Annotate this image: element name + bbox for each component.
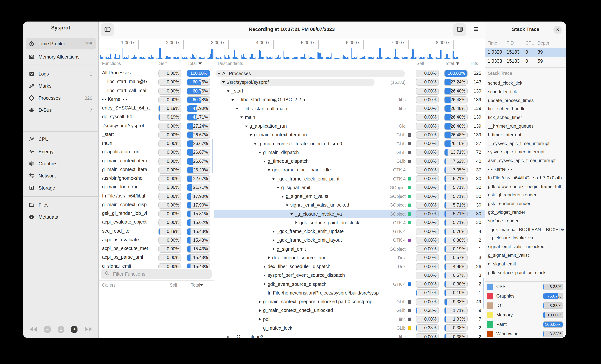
expander-open-icon[interactable] [217, 72, 222, 75]
expander-open-icon[interactable] [258, 151, 263, 154]
callers-column-header[interactable]: Callers [102, 283, 116, 287]
sidebar-item-graphics[interactable]: Graphics [26, 158, 96, 170]
descendant-row[interactable]: polllibc0.00%1.33%1.33%7 [214, 315, 485, 324]
descendants-self-header[interactable]: Self [417, 61, 424, 66]
stack-frame[interactable]: _g_closure_invoke_va [488, 235, 565, 241]
function-row[interactable]: All Processes0.00%100.00%100.00% [99, 69, 214, 78]
stack-frame[interactable]: update_process_times [488, 98, 565, 103]
stack-frame[interactable]: surface_render [488, 218, 565, 223]
expander-open-icon[interactable] [285, 203, 290, 207]
descendant-row[interactable]: g_main_dispatchGLib0.00%13.71%13.71%72 [214, 148, 485, 157]
callers-total-header[interactable]: Total [191, 283, 204, 287]
stack-frame[interactable]: gsk_gl_renderer_render [488, 192, 565, 198]
descendants-hits-header[interactable]: Hits [471, 61, 478, 66]
timeline-ruler[interactable]: 1.000 s2.000 s3.000 s4.000 s5.000 s6.000… [99, 38, 485, 59]
function-row[interactable]: do_syscall_640.19%0.19%41.71%41.71% [99, 113, 214, 122]
function-row[interactable]: g_main_loop_run0.00%21.71%21.71% [99, 183, 214, 192]
descendant-row[interactable]: __libc_start_main@GLIBC_2.2.5libc0.00%26… [214, 96, 485, 105]
sidebar-item-storage[interactable]: Storage [26, 182, 96, 194]
expander-open-icon[interactable] [276, 186, 281, 189]
stack-frame[interactable]: gsk_renderer_render [488, 201, 565, 206]
descendant-row[interactable]: gdk_frame_clock_paint_idleGTK 40.00%7.05… [214, 166, 485, 175]
descendant-row[interactable]: g_timeout_dispatchGLib0.00%7.62%7.62%40 [214, 157, 485, 166]
function-row[interactable]: __libc_start_call_mai0.00%60.76%60.76% [99, 87, 214, 96]
descendant-row[interactable]: _start0.00%26.48%26.48%139 [214, 87, 485, 96]
descendant-row[interactable]: g_signal_emitGObject0.00%0.19%0.19%1 [214, 245, 485, 254]
expander-open-icon[interactable] [281, 195, 286, 198]
stack-frame[interactable]: - - Kernel - - [488, 166, 565, 172]
zoom-level-button[interactable]: 1 [58, 326, 64, 333]
descendant-row[interactable]: __libc_start_call_mainlibc0.00%26.48%26.… [214, 104, 485, 113]
stack-frame[interactable]: gdk_surface_paint_on_clock [488, 270, 565, 275]
descendant-row[interactable]: dex_fiber_scheduler_dispatchDex0.00%4.95… [214, 262, 485, 271]
sample-row[interactable]: 1.032015183039 [485, 48, 566, 57]
menu-button[interactable] [470, 24, 481, 36]
sidebar-item-energy[interactable]: Energy [26, 146, 96, 157]
stack-frame[interactable]: g_signal_emit_valist [488, 253, 565, 258]
expander-open-icon[interactable] [267, 168, 272, 172]
function-row[interactable]: - - Kernel - -0.00%60.38%60.38% [99, 96, 214, 105]
stack-frame[interactable]: gdk_draw_context_begin_frame_full [488, 184, 565, 189]
seek-forward-icon[interactable] [85, 327, 92, 332]
expander-closed-icon[interactable] [272, 239, 277, 242]
expander-open-icon[interactable] [249, 133, 254, 137]
callers-self-header[interactable]: Self [170, 283, 177, 287]
descendant-row[interactable]: _g_closure_invoke_vaGObject0.00%5.71%5.7… [214, 210, 485, 219]
sidebar-item-d-bus[interactable]: D-Bus7 [26, 104, 96, 116]
toggle-right-panel-button[interactable] [453, 23, 466, 36]
function-row[interactable]: g_main_context_disp0.00%17.90%17.90% [99, 201, 214, 210]
descendant-row[interactable]: g_main_context_iterate_unlocked.isra.0GL… [214, 139, 485, 148]
expander-open-icon[interactable] [272, 177, 277, 181]
expander-open-icon[interactable] [226, 89, 231, 93]
descendant-row[interactable]: signal_emit_valist_unlockedGObject0.00%5… [214, 201, 485, 210]
zoom-out-button[interactable]: − [44, 326, 51, 333]
sidebar-item-network[interactable]: Network [26, 170, 96, 182]
stack-frame[interactable]: scheduler_tick [488, 89, 565, 94]
expander-closed-icon[interactable] [258, 317, 263, 321]
function-row[interactable]: entry_SYSCALL_64_a0.19%0.19%41.90%41.90% [99, 104, 214, 113]
expander-closed-icon[interactable] [258, 309, 263, 312]
filter-functions-field[interactable] [101, 269, 212, 279]
expander-closed-icon[interactable] [263, 282, 268, 286]
sidebar-item-cpu[interactable]: CPU [26, 133, 96, 145]
function-row[interactable]: g_main_context_itera0.00%26.29%26.29% [99, 166, 214, 175]
function-row[interactable]: seq_read_iter0.19%0.19%15.43%15.43% [99, 227, 214, 236]
descendant-row[interactable]: ./src/sysprof/sysprof(15183)0.00%27.24%2… [214, 78, 485, 87]
descendant-row[interactable]: All Processes0.00%100.00%100.00%525 [214, 69, 485, 78]
descendant-row[interactable]: _gdk_frame_clock_emit_paintGTK 40.00%5.7… [214, 174, 485, 183]
sample-column-header[interactable]: CPU [525, 41, 535, 45]
expander-open-icon[interactable] [231, 98, 236, 102]
sidebar-item-marks[interactable]: Marks [26, 80, 96, 92]
stack-frame[interactable]: gtk_widget_render [488, 210, 565, 215]
sidebar-item-processes[interactable]: Processes326 [26, 92, 96, 104]
descendant-row[interactable]: main0.00%26.48%26.48%139 [214, 113, 485, 122]
sidebar-item-metadata[interactable]: Metadata [26, 211, 96, 223]
descendant-row[interactable]: g_application_runGio0.00%26.48%26.48%139 [214, 122, 485, 131]
expander-closed-icon[interactable] [258, 300, 263, 303]
function-row[interactable]: acpi_ns_evaluate0.00%15.43%15.43% [99, 236, 214, 245]
descendant-row[interactable]: gdk_surface_paint_on_clockGTK 40.00%5.71… [214, 219, 485, 227]
function-row[interactable]: main0.00%26.67%26.67% [99, 139, 214, 148]
expander-open-icon[interactable] [263, 160, 268, 163]
sample-column-header[interactable]: Depth [538, 41, 549, 45]
descendant-row[interactable]: g_main_context_iterationGLib0.00%26.48%2… [214, 131, 485, 140]
sample-row[interactable]: 1.033315183059 [485, 57, 566, 66]
functions-total-header[interactable]: Total [188, 61, 202, 66]
descendants-scrollbar[interactable] [483, 278, 484, 308]
sidebar-item-files[interactable]: Files [26, 199, 96, 211]
stack-frame[interactable]: hrtimer_interrupt [488, 132, 565, 137]
stack-frame[interactable]: tick_sched_handle [488, 106, 565, 112]
expander-closed-icon[interactable] [263, 274, 268, 277]
descendant-row[interactable]: In File /home/christian/Projects/sysprof… [214, 289, 485, 297]
sample-column-header[interactable]: PID [507, 41, 514, 45]
descendant-row[interactable]: _gdk_frame_clock_emit_updateGTK 40.00%0.… [214, 227, 485, 236]
function-row[interactable]: ./src/sysprof/sysprof0.00%27.24%27.24% [99, 122, 214, 131]
expander-closed-icon[interactable] [294, 221, 299, 224]
expander-open-icon[interactable] [290, 212, 295, 216]
zoom-in-button[interactable]: + [71, 326, 78, 333]
stack-frame[interactable]: tick_sched_timer [488, 115, 565, 120]
function-row[interactable]: g_signal_emit0.00%15.43%15.43% [99, 262, 214, 268]
function-row[interactable]: g_main_context_itera0.00%26.67%26.67% [99, 157, 214, 166]
expander-closed-icon[interactable] [226, 335, 231, 338]
function-row[interactable]: gsk_gl_render_job_vi0.00%15.81%15.81% [99, 210, 214, 219]
